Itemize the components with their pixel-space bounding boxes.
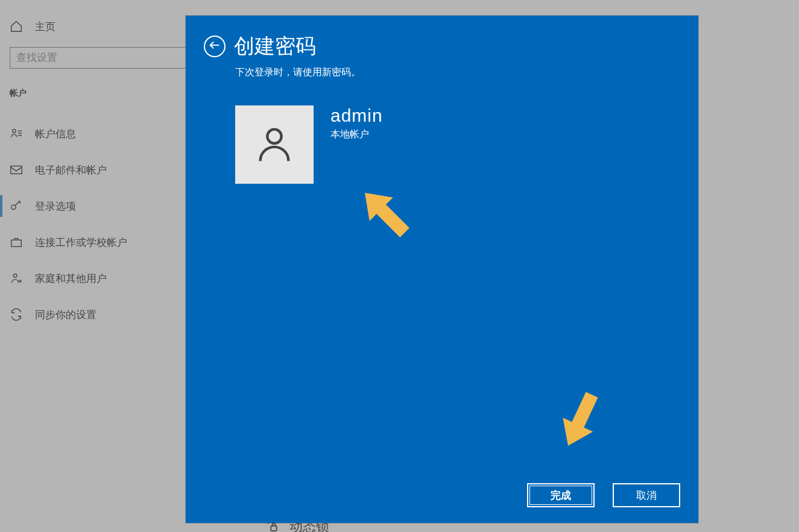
person-icon (253, 122, 295, 167)
dialog-buttons: 完成 取消 (527, 483, 680, 507)
finish-button[interactable]: 完成 (527, 483, 595, 507)
cancel-button[interactable]: 取消 (613, 483, 680, 507)
account-name: admin (330, 105, 383, 126)
account-text: admin 本地帐户 (330, 105, 383, 141)
dialog-subtitle: 下次登录时，请使用新密码。 (235, 66, 680, 79)
account-row: admin 本地帐户 (235, 105, 680, 184)
avatar (235, 105, 314, 184)
account-type: 本地帐户 (330, 128, 383, 141)
dialog-title: 创建密码 (234, 33, 316, 60)
arrow-left-icon (208, 39, 221, 54)
back-button[interactable] (204, 36, 226, 57)
svg-point-12 (267, 130, 281, 143)
dialog-header: 创建密码 (204, 33, 680, 60)
create-password-dialog: 创建密码 下次登录时，请使用新密码。 admin 本地帐户 完成 取消 (186, 16, 698, 523)
